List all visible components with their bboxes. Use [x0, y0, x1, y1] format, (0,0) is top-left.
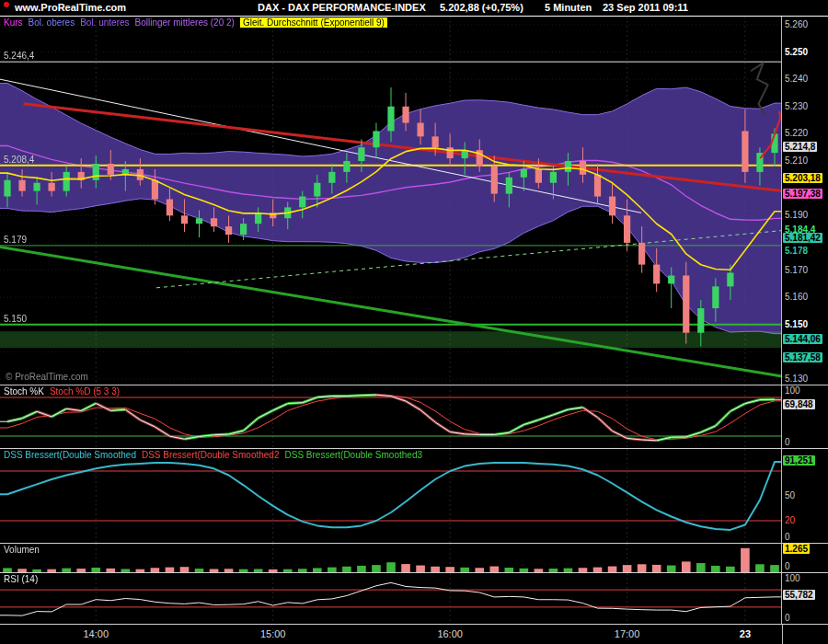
- time-label: 17:00: [615, 628, 640, 639]
- axis-tick: 0: [785, 561, 790, 571]
- level-label: 5.208,4: [4, 155, 34, 165]
- axis-tick: 5.170: [785, 265, 808, 275]
- axis-tick: 100: [785, 385, 800, 396]
- axis-tick: 5.240: [785, 74, 808, 84]
- site-label: www.ProRealTime.com: [15, 2, 126, 13]
- prorealtime-window: www.ProRealTime.com DAX - DAX PERFORMANC…: [0, 0, 828, 644]
- axis-badge: 5.181,42: [783, 233, 822, 243]
- legend-item[interactable]: Stoch %D (5 3 3): [50, 386, 120, 397]
- time-label: 23: [740, 628, 751, 639]
- axis-badge: 5.203,18: [783, 173, 822, 183]
- price-chart-canvas[interactable]: [0, 17, 782, 385]
- rsi-axis[interactable]: 100055,782: [781, 573, 828, 624]
- legend-item[interactable]: Kurs: [4, 17, 23, 28]
- dss-bressert-axis[interactable]: 5020091,251: [781, 449, 828, 543]
- axis-badge: 91,251: [783, 455, 815, 466]
- stochastic-legend: Stoch %KStoch %D (5 3 3): [4, 386, 125, 397]
- stochastic-panel: Stoch %KStoch %D (5 3 3) 100069,848: [0, 385, 828, 448]
- timeframe-label[interactable]: 5 Minuten: [545, 2, 592, 13]
- axis-tick: 50: [785, 490, 795, 500]
- axis-badge: 5.214,8: [783, 142, 817, 152]
- axis-tick: 5.230: [785, 101, 808, 111]
- level-label: 5.179: [4, 235, 27, 245]
- axis-tick: 5.210: [785, 155, 808, 166]
- price-axis[interactable]: 5.2605.2505.2405.2305.2205.2105.1905.170…: [781, 17, 828, 385]
- time-axis[interactable]: 14:0015:0016:0017:0023: [0, 624, 828, 644]
- axis-tick: 5.130: [785, 374, 808, 384]
- datetime-label: 23 Sep 2011 09:11: [603, 2, 688, 13]
- level-label: 5.246,4: [4, 51, 34, 61]
- axis-tick: 5.190: [785, 210, 808, 220]
- axis-badge: 55,782: [783, 590, 815, 600]
- dss-bressert-legend: DSS Bressert(Double SmoothedDSS Bressert…: [4, 450, 428, 460]
- volume-panel: Volumen 01.265: [0, 543, 828, 572]
- volume-canvas[interactable]: [0, 544, 782, 572]
- axis-badge: 5.178: [783, 246, 810, 256]
- rsi-canvas[interactable]: [0, 573, 782, 624]
- legend-item[interactable]: Stoch %K: [4, 386, 44, 397]
- stochastic-axis[interactable]: 100069,848: [781, 385, 828, 448]
- volume-legend: Volumen: [4, 545, 45, 555]
- time-label: 14:00: [83, 628, 109, 639]
- rsi-legend: RSI (14): [4, 574, 43, 584]
- dss-bressert-canvas[interactable]: [0, 449, 782, 543]
- legend-item[interactable]: DSS Bressert(Double Smoothed: [4, 450, 136, 460]
- axis-tick: 0: [785, 613, 790, 623]
- axis-badge: 1.265: [783, 544, 810, 554]
- axis-tick: 5.160: [785, 292, 808, 302]
- time-label: 16:00: [437, 628, 463, 639]
- axis-tick: 100: [785, 573, 800, 583]
- legend-item[interactable]: Bol. unteres: [80, 17, 129, 28]
- price-chart-legend: KursBol. oberesBol. unteresBollinger mit…: [4, 17, 393, 28]
- axis-tick: 0: [785, 532, 790, 542]
- legend-item[interactable]: Volumen: [4, 545, 40, 555]
- dss-bressert-panel: DSS Bressert(Double SmoothedDSS Bressert…: [0, 448, 828, 543]
- axis-badge: 5.197,38: [783, 189, 822, 199]
- time-label: 15:00: [260, 628, 286, 639]
- last-price-change: 5.202,88 (+0,75%): [440, 2, 523, 13]
- axis-tick: 5.150: [785, 319, 808, 329]
- record-dot-icon: [4, 2, 9, 7]
- legend-item[interactable]: DSS Bressert(Double Smoothed3: [285, 450, 423, 460]
- axis-badge: 5.144,06: [783, 334, 822, 344]
- axis-badge: 5.137,58: [783, 352, 822, 362]
- watermark: © ProRealTime.com: [6, 372, 88, 382]
- volume-axis[interactable]: 01.265: [781, 544, 828, 572]
- axis-tick: 0: [785, 437, 790, 447]
- legend-item[interactable]: DSS Bressert(Double Smoothed2: [142, 450, 280, 460]
- axis-tick: 5.260: [785, 19, 808, 29]
- axis-badge: 69,848: [783, 399, 815, 409]
- legend-item[interactable]: RSI (14): [4, 574, 38, 584]
- instrument-title: DAX - DAX PERFORMANCE-INDEX: [258, 2, 426, 13]
- top-bar: www.ProRealTime.com DAX - DAX PERFORMANC…: [0, 0, 828, 17]
- axis-tick: 20: [785, 515, 795, 525]
- price-chart-panel: KursBol. oberesBol. unteresBollinger mit…: [0, 17, 828, 385]
- legend-item[interactable]: Bollinger mittleres (20 2): [135, 17, 235, 28]
- legend-item[interactable]: Gleit. Durchschnitt (Exponentiell 9): [240, 17, 387, 28]
- legend-item[interactable]: Bol. oberes: [29, 17, 75, 28]
- rsi-panel: RSI (14) 100055,782: [0, 572, 828, 624]
- axis-tick: 5.220: [785, 128, 808, 138]
- axis-tick: 5.250: [785, 47, 808, 57]
- level-label: 5.150: [4, 314, 27, 324]
